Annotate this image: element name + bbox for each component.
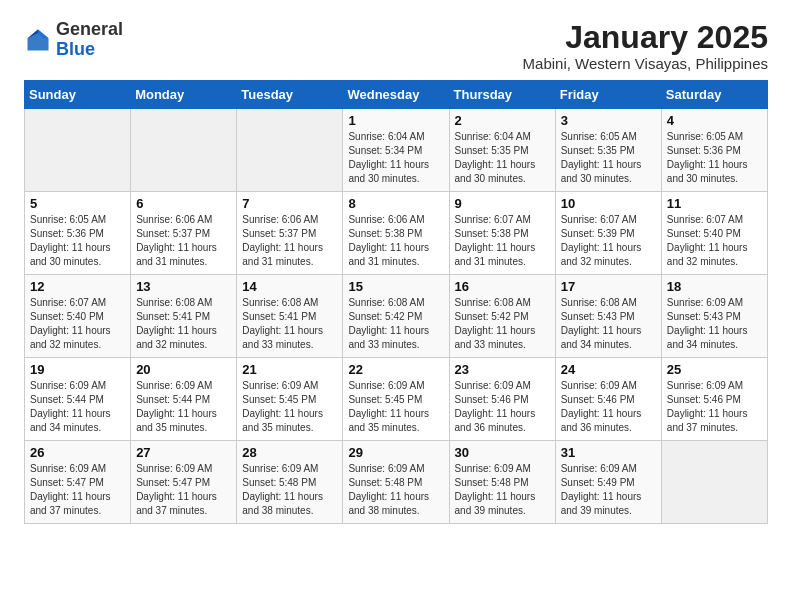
day-number: 24 [561, 362, 656, 377]
day-number: 27 [136, 445, 231, 460]
day-info: Sunrise: 6:06 AM Sunset: 5:37 PM Dayligh… [242, 213, 337, 269]
day-number: 31 [561, 445, 656, 460]
table-row: 6Sunrise: 6:06 AM Sunset: 5:37 PM Daylig… [131, 192, 237, 275]
table-row: 13Sunrise: 6:08 AM Sunset: 5:41 PM Dayli… [131, 275, 237, 358]
table-row: 17Sunrise: 6:08 AM Sunset: 5:43 PM Dayli… [555, 275, 661, 358]
day-number: 30 [455, 445, 550, 460]
day-info: Sunrise: 6:07 AM Sunset: 5:39 PM Dayligh… [561, 213, 656, 269]
table-row: 1Sunrise: 6:04 AM Sunset: 5:34 PM Daylig… [343, 109, 449, 192]
day-info: Sunrise: 6:06 AM Sunset: 5:37 PM Dayligh… [136, 213, 231, 269]
calendar-week-5: 26Sunrise: 6:09 AM Sunset: 5:47 PM Dayli… [25, 441, 768, 524]
page: General Blue January 2025 Mabini, Wester… [0, 0, 792, 544]
calendar-week-4: 19Sunrise: 6:09 AM Sunset: 5:44 PM Dayli… [25, 358, 768, 441]
logo-blue: Blue [56, 39, 95, 59]
day-info: Sunrise: 6:08 AM Sunset: 5:41 PM Dayligh… [242, 296, 337, 352]
table-row: 20Sunrise: 6:09 AM Sunset: 5:44 PM Dayli… [131, 358, 237, 441]
day-info: Sunrise: 6:09 AM Sunset: 5:47 PM Dayligh… [30, 462, 125, 518]
table-row: 18Sunrise: 6:09 AM Sunset: 5:43 PM Dayli… [661, 275, 767, 358]
day-info: Sunrise: 6:05 AM Sunset: 5:35 PM Dayligh… [561, 130, 656, 186]
day-number: 16 [455, 279, 550, 294]
day-info: Sunrise: 6:09 AM Sunset: 5:46 PM Dayligh… [561, 379, 656, 435]
day-number: 10 [561, 196, 656, 211]
table-row: 26Sunrise: 6:09 AM Sunset: 5:47 PM Dayli… [25, 441, 131, 524]
table-row: 3Sunrise: 6:05 AM Sunset: 5:35 PM Daylig… [555, 109, 661, 192]
day-number: 19 [30, 362, 125, 377]
day-info: Sunrise: 6:09 AM Sunset: 5:44 PM Dayligh… [30, 379, 125, 435]
day-info: Sunrise: 6:07 AM Sunset: 5:38 PM Dayligh… [455, 213, 550, 269]
table-row: 16Sunrise: 6:08 AM Sunset: 5:42 PM Dayli… [449, 275, 555, 358]
calendar-week-3: 12Sunrise: 6:07 AM Sunset: 5:40 PM Dayli… [25, 275, 768, 358]
table-row: 15Sunrise: 6:08 AM Sunset: 5:42 PM Dayli… [343, 275, 449, 358]
day-number: 2 [455, 113, 550, 128]
table-row: 4Sunrise: 6:05 AM Sunset: 5:36 PM Daylig… [661, 109, 767, 192]
table-row: 19Sunrise: 6:09 AM Sunset: 5:44 PM Dayli… [25, 358, 131, 441]
day-number: 18 [667, 279, 762, 294]
day-number: 23 [455, 362, 550, 377]
day-number: 7 [242, 196, 337, 211]
calendar-week-2: 5Sunrise: 6:05 AM Sunset: 5:36 PM Daylig… [25, 192, 768, 275]
day-number: 21 [242, 362, 337, 377]
table-row [25, 109, 131, 192]
day-info: Sunrise: 6:06 AM Sunset: 5:38 PM Dayligh… [348, 213, 443, 269]
table-row [131, 109, 237, 192]
day-info: Sunrise: 6:09 AM Sunset: 5:44 PM Dayligh… [136, 379, 231, 435]
table-row: 2Sunrise: 6:04 AM Sunset: 5:35 PM Daylig… [449, 109, 555, 192]
logo: General Blue [24, 20, 123, 60]
col-thursday: Thursday [449, 81, 555, 109]
table-row: 24Sunrise: 6:09 AM Sunset: 5:46 PM Dayli… [555, 358, 661, 441]
day-info: Sunrise: 6:07 AM Sunset: 5:40 PM Dayligh… [30, 296, 125, 352]
table-row: 5Sunrise: 6:05 AM Sunset: 5:36 PM Daylig… [25, 192, 131, 275]
table-row: 8Sunrise: 6:06 AM Sunset: 5:38 PM Daylig… [343, 192, 449, 275]
day-number: 5 [30, 196, 125, 211]
table-row: 31Sunrise: 6:09 AM Sunset: 5:49 PM Dayli… [555, 441, 661, 524]
table-row [237, 109, 343, 192]
table-row: 11Sunrise: 6:07 AM Sunset: 5:40 PM Dayli… [661, 192, 767, 275]
col-saturday: Saturday [661, 81, 767, 109]
calendar-subtitle: Mabini, Western Visayas, Philippines [523, 55, 768, 72]
day-number: 26 [30, 445, 125, 460]
day-info: Sunrise: 6:08 AM Sunset: 5:42 PM Dayligh… [348, 296, 443, 352]
table-row [661, 441, 767, 524]
day-number: 14 [242, 279, 337, 294]
day-number: 28 [242, 445, 337, 460]
calendar-title: January 2025 [523, 20, 768, 55]
day-info: Sunrise: 6:09 AM Sunset: 5:46 PM Dayligh… [455, 379, 550, 435]
day-number: 1 [348, 113, 443, 128]
day-number: 4 [667, 113, 762, 128]
col-tuesday: Tuesday [237, 81, 343, 109]
day-number: 8 [348, 196, 443, 211]
table-row: 23Sunrise: 6:09 AM Sunset: 5:46 PM Dayli… [449, 358, 555, 441]
header: General Blue January 2025 Mabini, Wester… [24, 20, 768, 72]
calendar-table: Sunday Monday Tuesday Wednesday Thursday… [24, 80, 768, 524]
day-info: Sunrise: 6:09 AM Sunset: 5:48 PM Dayligh… [455, 462, 550, 518]
logo-general: General [56, 19, 123, 39]
table-row: 22Sunrise: 6:09 AM Sunset: 5:45 PM Dayli… [343, 358, 449, 441]
day-number: 13 [136, 279, 231, 294]
table-row: 25Sunrise: 6:09 AM Sunset: 5:46 PM Dayli… [661, 358, 767, 441]
day-info: Sunrise: 6:09 AM Sunset: 5:48 PM Dayligh… [348, 462, 443, 518]
day-info: Sunrise: 6:09 AM Sunset: 5:45 PM Dayligh… [242, 379, 337, 435]
day-info: Sunrise: 6:09 AM Sunset: 5:46 PM Dayligh… [667, 379, 762, 435]
day-info: Sunrise: 6:09 AM Sunset: 5:48 PM Dayligh… [242, 462, 337, 518]
table-row: 27Sunrise: 6:09 AM Sunset: 5:47 PM Dayli… [131, 441, 237, 524]
day-info: Sunrise: 6:05 AM Sunset: 5:36 PM Dayligh… [667, 130, 762, 186]
col-sunday: Sunday [25, 81, 131, 109]
col-monday: Monday [131, 81, 237, 109]
table-row: 14Sunrise: 6:08 AM Sunset: 5:41 PM Dayli… [237, 275, 343, 358]
day-number: 29 [348, 445, 443, 460]
day-info: Sunrise: 6:09 AM Sunset: 5:49 PM Dayligh… [561, 462, 656, 518]
day-number: 20 [136, 362, 231, 377]
day-info: Sunrise: 6:09 AM Sunset: 5:47 PM Dayligh… [136, 462, 231, 518]
day-info: Sunrise: 6:09 AM Sunset: 5:45 PM Dayligh… [348, 379, 443, 435]
day-number: 25 [667, 362, 762, 377]
table-row: 9Sunrise: 6:07 AM Sunset: 5:38 PM Daylig… [449, 192, 555, 275]
day-number: 9 [455, 196, 550, 211]
col-friday: Friday [555, 81, 661, 109]
day-info: Sunrise: 6:04 AM Sunset: 5:34 PM Dayligh… [348, 130, 443, 186]
table-row: 29Sunrise: 6:09 AM Sunset: 5:48 PM Dayli… [343, 441, 449, 524]
day-info: Sunrise: 6:05 AM Sunset: 5:36 PM Dayligh… [30, 213, 125, 269]
logo-text: General Blue [56, 20, 123, 60]
day-number: 11 [667, 196, 762, 211]
col-wednesday: Wednesday [343, 81, 449, 109]
table-row: 12Sunrise: 6:07 AM Sunset: 5:40 PM Dayli… [25, 275, 131, 358]
